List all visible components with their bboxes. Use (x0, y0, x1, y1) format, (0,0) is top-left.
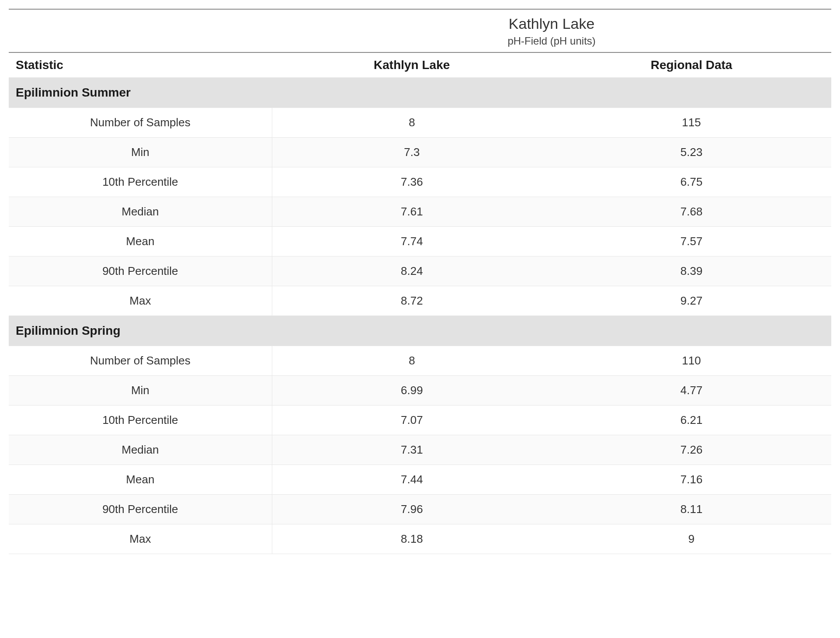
stat-label: 10th Percentile (9, 406, 272, 435)
lake-value: 7.31 (272, 435, 552, 465)
stat-label: Mean (9, 227, 272, 257)
table-row: Median7.317.26 (9, 435, 831, 465)
table-row: Max8.729.27 (9, 286, 831, 316)
parameter-subtitle: pH-Field (pH units) (272, 33, 831, 52)
lake-value: 7.96 (272, 495, 552, 524)
lake-value: 8.24 (272, 257, 552, 286)
regional-value: 9.27 (552, 286, 831, 316)
lake-title: Kathlyn Lake (272, 10, 831, 33)
regional-value: 6.21 (552, 406, 831, 435)
section-header: Epilimnion Summer (9, 78, 831, 108)
regional-value: 4.77 (552, 376, 831, 406)
stat-label: 90th Percentile (9, 495, 272, 524)
regional-value: 7.68 (552, 197, 831, 227)
stat-label: Min (9, 138, 272, 167)
lake-value: 7.3 (272, 138, 552, 167)
regional-value: 110 (552, 346, 831, 376)
col-header-statistic: Statistic (9, 52, 272, 78)
table-row: Min6.994.77 (9, 376, 831, 406)
table-row: 10th Percentile7.076.21 (9, 406, 831, 435)
table-row: Mean7.747.57 (9, 227, 831, 257)
regional-value: 6.75 (552, 167, 831, 197)
stat-label: 90th Percentile (9, 257, 272, 286)
col-header-lake: Kathlyn Lake (272, 52, 552, 78)
lake-value: 7.44 (272, 465, 552, 495)
lake-value: 7.07 (272, 406, 552, 435)
table-row: 10th Percentile7.366.75 (9, 167, 831, 197)
regional-value: 5.23 (552, 138, 831, 167)
regional-value: 9 (552, 524, 831, 554)
table-row: Number of Samples8110 (9, 346, 831, 376)
lake-value: 7.74 (272, 227, 552, 257)
lake-value: 7.36 (272, 167, 552, 197)
lake-value: 7.61 (272, 197, 552, 227)
table-row: Max8.189 (9, 524, 831, 554)
lake-value: 6.99 (272, 376, 552, 406)
section-header: Epilimnion Spring (9, 316, 831, 346)
stat-label: Median (9, 197, 272, 227)
stats-table: Kathlyn LakepH-Field (pH units)Statistic… (9, 9, 831, 554)
regional-value: 7.16 (552, 465, 831, 495)
table-row: Number of Samples8115 (9, 108, 831, 138)
table-row: 90th Percentile7.968.11 (9, 495, 831, 524)
title-spacer (9, 10, 272, 33)
regional-value: 7.57 (552, 227, 831, 257)
table-row: 90th Percentile8.248.39 (9, 257, 831, 286)
stat-label: Max (9, 286, 272, 316)
stat-label: Min (9, 376, 272, 406)
regional-value: 115 (552, 108, 831, 138)
lake-value: 8.18 (272, 524, 552, 554)
col-header-regional: Regional Data (552, 52, 831, 78)
stat-label: Number of Samples (9, 108, 272, 138)
regional-value: 7.26 (552, 435, 831, 465)
stat-label: Max (9, 524, 272, 554)
stat-label: Number of Samples (9, 346, 272, 376)
lake-value: 8 (272, 346, 552, 376)
table-row: Mean7.447.16 (9, 465, 831, 495)
lake-value: 8.72 (272, 286, 552, 316)
regional-value: 8.11 (552, 495, 831, 524)
table-row: Min7.35.23 (9, 138, 831, 167)
stat-label: 10th Percentile (9, 167, 272, 197)
lake-value: 8 (272, 108, 552, 138)
title-spacer (9, 33, 272, 52)
regional-value: 8.39 (552, 257, 831, 286)
stat-label: Mean (9, 465, 272, 495)
stat-label: Median (9, 435, 272, 465)
table-row: Median7.617.68 (9, 197, 831, 227)
